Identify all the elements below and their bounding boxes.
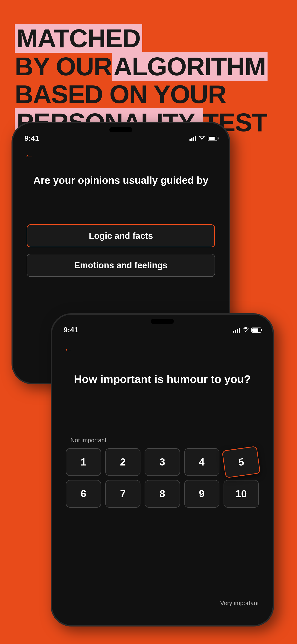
battery-icon-1 <box>208 136 217 141</box>
header-line1: MATCHED <box>15 24 142 53</box>
battery-fill-2 <box>252 328 258 332</box>
not-important-label: Not important <box>70 437 106 444</box>
num-btn-2[interactable]: 2 <box>105 448 140 476</box>
signal-bar-3 <box>193 137 194 141</box>
wifi-icon-1 <box>199 136 205 141</box>
signal-bar2-2 <box>235 330 236 332</box>
num-btn-4[interactable]: 4 <box>184 448 220 476</box>
signal-bar-4 <box>195 136 196 141</box>
dynamic-island-1 <box>109 127 132 132</box>
back-button-2[interactable]: ← <box>64 344 73 355</box>
wifi-icon-2 <box>243 327 249 333</box>
question-text-1: Are your opinions usually guided by <box>13 174 229 187</box>
time-1: 9:41 <box>24 134 39 142</box>
header-section: MATCHED BY OUR ALGORITHM BASED ON YOUR P… <box>15 25 282 136</box>
question-text-2: How important is humour to you? <box>52 372 272 386</box>
num-btn-10[interactable]: 10 <box>224 480 259 508</box>
num-btn-9[interactable]: 9 <box>184 480 220 508</box>
header-line3: BASED ON YOUR <box>15 81 226 108</box>
signal-bar-1 <box>190 139 191 141</box>
num-btn-7[interactable]: 7 <box>105 480 140 508</box>
status-icons-1 <box>190 136 217 141</box>
signal-bars-1 <box>190 136 196 141</box>
signal-bar2-1 <box>233 331 234 332</box>
header-line2-highlight: ALGORITHM <box>112 52 268 81</box>
signal-bar-2 <box>191 138 192 141</box>
btn-emotions-and-feelings[interactable]: Emotions and feelings <box>27 254 215 277</box>
signal-bars-2 <box>233 328 240 332</box>
phone2-device: 9:41 ← How important is humo <box>51 313 274 626</box>
status-bar-2: 9:41 <box>52 326 272 334</box>
num-btn-6[interactable]: 6 <box>66 480 101 508</box>
dynamic-island-2 <box>151 319 174 324</box>
status-icons-2 <box>233 327 261 333</box>
battery-fill-1 <box>208 137 214 140</box>
num-btn-3[interactable]: 3 <box>144 448 180 476</box>
btn-logic-and-facts[interactable]: Logic and facts <box>27 224 215 247</box>
signal-bar2-4 <box>239 328 240 332</box>
header-line2-normal: BY OUR <box>15 53 112 80</box>
signal-bar2-3 <box>237 329 238 332</box>
time-2: 9:41 <box>64 326 78 334</box>
num-btn-1[interactable]: 1 <box>66 448 101 476</box>
num-btn-8[interactable]: 8 <box>144 480 180 508</box>
status-bar-1: 9:41 <box>13 134 229 142</box>
number-grid: 12345678910 <box>66 448 259 508</box>
very-important-label: Very important <box>220 600 259 607</box>
back-button-1[interactable]: ← <box>24 151 34 161</box>
num-btn-5[interactable]: 5 <box>222 446 260 478</box>
battery-icon-2 <box>252 328 261 332</box>
